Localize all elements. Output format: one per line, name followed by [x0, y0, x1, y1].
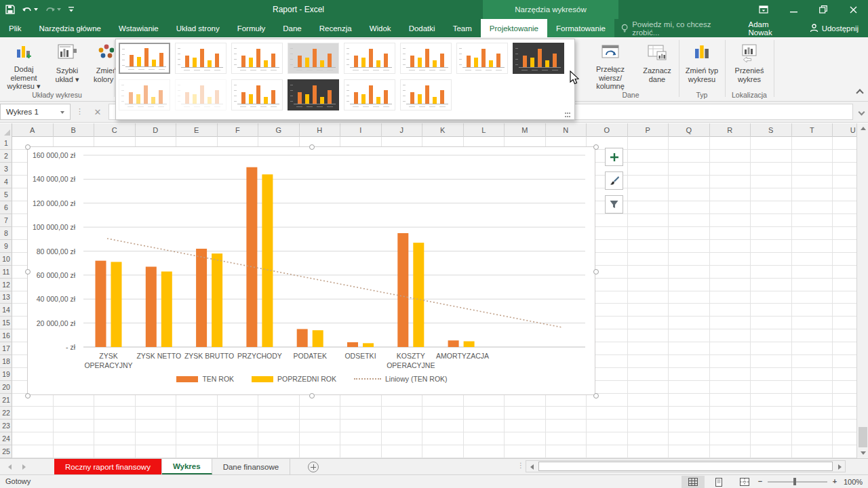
column-header-H[interactable]: H [300, 123, 341, 137]
row-header-5[interactable]: 5 [0, 188, 12, 201]
column-header-N[interactable]: N [546, 123, 587, 137]
row-header-22[interactable]: 22 [0, 407, 12, 420]
sheet-tab-wykres[interactable]: Wykres [162, 459, 212, 474]
chart-style-thumbnail[interactable] [288, 79, 339, 110]
page-layout-view-button[interactable] [707, 476, 730, 488]
horizontal-scrollbar[interactable] [526, 460, 846, 472]
chart-style-thumbnail[interactable] [231, 79, 283, 110]
tab-plik[interactable]: Plik [0, 19, 31, 37]
tab-uk-ad-strony[interactable]: Układ strony [167, 19, 229, 37]
row-header-19[interactable]: 19 [0, 368, 12, 381]
row-header-14[interactable]: 14 [0, 304, 12, 317]
bar-poprzedni-rok[interactable] [363, 343, 374, 347]
cancel-icon[interactable]: ✕ [90, 104, 106, 120]
chart-selection-handle[interactable] [25, 393, 31, 399]
tab-dane[interactable]: Dane [274, 19, 311, 37]
name-box[interactable]: Wykres 1 [0, 104, 71, 120]
chart-filters-button[interactable] [605, 195, 623, 214]
row-header-15[interactable]: 15 [0, 317, 12, 329]
row-header-16[interactable]: 16 [0, 329, 12, 342]
column-header-G[interactable]: G [258, 123, 300, 137]
bar-ten-rok[interactable] [397, 233, 408, 347]
column-header-B[interactable]: B [54, 123, 95, 137]
chart-area[interactable]: ZYSK OPERACYJNYZYSK NETTOZYSK BRUTTOPRZY… [27, 146, 595, 395]
row-header-1[interactable]: 1 [0, 137, 12, 150]
minimize-button[interactable] [778, 0, 808, 19]
bar-poprzedni-rok[interactable] [212, 253, 222, 347]
tab-widok[interactable]: Widok [361, 19, 400, 37]
chart-style-thumbnail[interactable] [119, 43, 170, 74]
chart-selection-handle[interactable] [309, 393, 315, 399]
column-header-O[interactable]: O [587, 123, 628, 137]
bar-poprzedni-rok[interactable] [464, 342, 475, 347]
bar-poprzedni-rok[interactable] [111, 262, 122, 347]
bar-ten-rok[interactable] [146, 266, 157, 347]
vertical-scrollbar-thumb[interactable] [859, 427, 867, 447]
column-header-R[interactable]: R [710, 123, 751, 137]
column-header-I[interactable]: I [340, 123, 382, 137]
row-header-8[interactable]: 8 [0, 227, 12, 240]
bar-ten-rok[interactable] [246, 167, 257, 347]
collapse-ribbon-button[interactable] [856, 89, 863, 96]
zoom-in-button[interactable]: + [830, 477, 840, 485]
row-header-6[interactable]: 6 [0, 201, 12, 214]
chart-elements-button[interactable] [605, 148, 623, 166]
row-header-25[interactable]: 25 [0, 445, 12, 458]
tab-dodatki[interactable]: Dodatki [400, 19, 444, 37]
chart-style-thumbnail[interactable] [513, 43, 564, 74]
expand-formula-bar-icon[interactable] [859, 109, 865, 116]
scroll-left-icon[interactable] [526, 462, 537, 472]
chart-selection-handle[interactable] [25, 144, 31, 150]
chart-style-thumbnail[interactable] [119, 79, 170, 110]
trendline[interactable] [107, 239, 561, 327]
chart-style-thumbnail[interactable] [231, 43, 283, 74]
prev-sheet-icon[interactable] [8, 464, 12, 470]
row-header-2[interactable]: 2 [0, 150, 12, 163]
chart-style-thumbnail[interactable] [456, 43, 508, 74]
close-button[interactable] [838, 0, 868, 19]
bar-ten-rok[interactable] [196, 249, 207, 347]
tab-projektowanie[interactable]: Projektowanie [481, 19, 547, 37]
column-header-E[interactable]: E [176, 123, 218, 137]
share-button[interactable]: Udostępnij [800, 19, 868, 37]
normal-view-button[interactable] [682, 476, 705, 488]
tab-formu-y[interactable]: Formuły [229, 19, 275, 37]
row-header-11[interactable]: 11 [0, 266, 12, 279]
chart-selection-handle[interactable] [593, 269, 599, 274]
row-header-9[interactable]: 9 [0, 240, 12, 253]
row-header-7[interactable]: 7 [0, 214, 12, 227]
quick-layout-button[interactable]: Szybki układ ▾ [46, 40, 88, 89]
tab-recenzja[interactable]: Recenzja [311, 19, 361, 37]
column-header-T[interactable]: T [792, 123, 833, 137]
bar-ten-rok[interactable] [297, 329, 308, 347]
column-header-F[interactable]: F [218, 123, 259, 137]
horizontal-scrollbar-thumb[interactable] [538, 462, 833, 471]
row-header-18[interactable]: 18 [0, 355, 12, 368]
switch-row-column-button[interactable]: Przełącz wiersz/ kolumnę [585, 40, 636, 89]
chart-selection-handle[interactable] [25, 269, 31, 274]
tell-me-box[interactable]: Powiedz mi, co chcesz zrobić... [614, 19, 741, 37]
page-break-view-button[interactable] [733, 476, 756, 488]
chart-selection-handle[interactable] [593, 393, 599, 399]
bar-ten-rok[interactable] [448, 340, 459, 347]
select-data-button[interactable]: Zaznacz dane [637, 40, 677, 89]
next-sheet-icon[interactable] [22, 464, 26, 470]
row-header-21[interactable]: 21 [0, 394, 12, 407]
column-header-K[interactable]: K [422, 123, 464, 137]
tab-formatowanie[interactable]: Formatowanie [547, 19, 614, 37]
column-header-P[interactable]: P [628, 123, 669, 137]
chart-style-thumbnail[interactable] [344, 43, 395, 74]
column-header-A[interactable]: A [12, 123, 54, 137]
scroll-down-icon[interactable] [857, 448, 868, 458]
bar-poprzedni-rok[interactable] [262, 174, 273, 347]
column-header-M[interactable]: M [505, 123, 546, 137]
column-header-L[interactable]: L [464, 123, 505, 137]
user-name[interactable]: Adam Nowak [741, 19, 800, 37]
column-header-Q[interactable]: Q [669, 123, 710, 137]
column-header-J[interactable]: J [382, 123, 423, 137]
zoom-level[interactable]: 100% [844, 478, 863, 486]
chart-selection-handle[interactable] [309, 144, 315, 150]
row-header-17[interactable]: 17 [0, 342, 12, 355]
tab-wstawianie[interactable]: Wstawianie [110, 19, 167, 37]
chart-styles-button[interactable] [605, 171, 623, 190]
